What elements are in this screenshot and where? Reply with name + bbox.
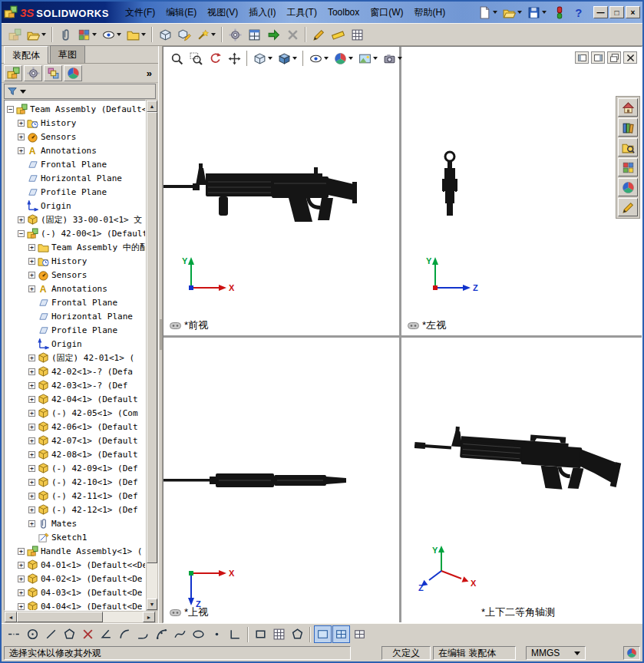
tree-item[interactable]: Horizontal Plane [5, 309, 145, 323]
minus-expander-icon[interactable]: − [18, 230, 25, 237]
viewport-previous-icon[interactable] [575, 51, 589, 64]
tree-item[interactable]: +Annotations [5, 143, 145, 157]
menu-tools[interactable]: 工具(T) [282, 4, 322, 21]
pan-icon[interactable] [225, 50, 243, 67]
linked-views-icon[interactable] [351, 625, 368, 643]
hide-show-items-icon[interactable] [307, 50, 331, 67]
plus-expander-icon[interactable]: + [28, 368, 35, 375]
tree-vertical-scrollbar[interactable]: ▲ ▼ [146, 100, 158, 611]
tree-item[interactable]: +(-) 42-05<1> (Com [5, 406, 145, 420]
tree-item[interactable]: +04-02<1> (Default<De [5, 572, 145, 585]
sketch-polygon-icon[interactable] [61, 625, 78, 643]
menu-toolbox[interactable]: Toolbox [322, 5, 365, 20]
tree-item[interactable]: +Handle Assembly<1> ( [5, 544, 145, 558]
view-settings-icon[interactable] [381, 50, 405, 67]
dropdown-arrow-icon[interactable] [324, 57, 329, 60]
menu-window[interactable]: 窗口(W) [365, 4, 408, 21]
plus-expander-icon[interactable]: + [18, 134, 25, 140]
tree-item[interactable]: +(-) 42-11<1> (Def [5, 489, 145, 503]
interference-detection-icon[interactable] [348, 25, 366, 44]
measure-icon[interactable] [329, 25, 347, 44]
tree-item[interactable]: +42-03<1>-? (Def [5, 378, 145, 392]
tab-assembly[interactable]: 装配体 [4, 46, 48, 64]
tree-horizontal-scrollbar[interactable]: ◄ ► [4, 611, 156, 623]
edit-appearance-icon[interactable] [332, 50, 355, 67]
tree-item[interactable]: Sketch1 [5, 530, 145, 544]
dropdown-arrow-icon[interactable] [348, 57, 353, 60]
plus-expander-icon[interactable]: + [28, 272, 35, 279]
menu-help[interactable]: 帮助(H) [409, 4, 451, 21]
plus-expander-icon[interactable]: + [18, 147, 25, 154]
tree-item[interactable]: +42-02<1>-? (Defa [5, 364, 145, 378]
tree-item[interactable]: +(固定) 33-00-01<1> 文 [5, 213, 145, 226]
dropdown-arrow-icon[interactable] [268, 57, 272, 60]
plus-expander-icon[interactable]: + [18, 120, 25, 127]
status-light-icon[interactable] [550, 3, 568, 21]
dropdown-arrow-icon[interactable] [117, 33, 121, 36]
model-top-view[interactable] [163, 470, 348, 491]
help-icon[interactable] [569, 3, 587, 21]
plus-expander-icon[interactable]: + [18, 576, 25, 582]
menu-file[interactable]: 文件(F) [120, 4, 160, 21]
menu-insert[interactable]: 插入(I) [243, 4, 281, 21]
viewport-horizontal-divider[interactable] [163, 335, 642, 338]
plus-expander-icon[interactable]: + [18, 548, 25, 555]
tangent-arc-icon[interactable] [134, 625, 152, 643]
tree-item[interactable]: Frontal Plane [5, 157, 145, 171]
units-dropdown[interactable]: MMGS [526, 646, 586, 660]
tree-item[interactable]: +Mates [5, 516, 145, 530]
tree-filter-input[interactable] [4, 84, 156, 99]
corner-rectangle-icon[interactable] [226, 625, 244, 643]
scroll-down-icon[interactable]: ▼ [147, 599, 157, 610]
view-palette-icon[interactable] [618, 158, 638, 176]
plus-expander-icon[interactable]: + [18, 589, 25, 596]
plus-expander-icon[interactable]: + [28, 465, 35, 472]
appearances-scenes-icon[interactable] [618, 178, 638, 196]
featuremanager-design-tree-icon[interactable] [4, 65, 22, 81]
tree-item[interactable]: Profile Plane [5, 323, 145, 337]
dropdown-arrow-icon[interactable] [373, 57, 378, 60]
viewport-top[interactable]: X Z *上视 [163, 338, 399, 622]
tree-item[interactable]: +42-04<1> (Default [5, 392, 145, 406]
plus-expander-icon[interactable]: + [28, 506, 35, 513]
display-style-icon[interactable] [276, 50, 299, 67]
tree-item[interactable]: +04-01<1> (Default<<De [5, 558, 145, 572]
sketch-angle-icon[interactable] [97, 625, 115, 643]
dropdown-arrow-icon[interactable] [542, 11, 547, 14]
zoom-to-fit-icon[interactable] [167, 50, 186, 67]
open-icon[interactable] [500, 3, 524, 21]
scroll-up-icon[interactable]: ▲ [147, 101, 157, 112]
plus-expander-icon[interactable]: + [28, 437, 35, 444]
viewport-isometric[interactable]: Y X Z *上下二等角轴测 [401, 338, 642, 622]
edit-component-icon[interactable] [175, 25, 193, 44]
minus-expander-icon[interactable]: − [7, 106, 14, 113]
viewport-close-icon[interactable] [623, 51, 637, 64]
quick-tips-icon[interactable] [623, 646, 640, 660]
exploded-view-icon[interactable] [226, 25, 244, 44]
component-pattern-icon[interactable] [124, 25, 148, 44]
scroll-left-icon[interactable]: ◄ [5, 612, 17, 622]
horizontal-scroll-thumb[interactable] [17, 612, 103, 622]
tree-item[interactable]: Horizontal Plane [5, 171, 145, 185]
scroll-right-icon[interactable]: ► [143, 612, 155, 622]
tree-item[interactable]: +42-06<1> (Default [5, 420, 145, 434]
dropdown-arrow-icon[interactable] [141, 33, 146, 36]
tree-item[interactable]: +History [5, 116, 145, 130]
new-window-icon[interactable] [245, 25, 263, 44]
plus-expander-icon[interactable]: + [18, 562, 25, 569]
model-left-view[interactable] [437, 149, 463, 229]
tree-item[interactable]: −Team Assembly (Default< [5, 102, 145, 116]
tree-item[interactable]: +History [5, 254, 145, 268]
tree-item[interactable]: +Sensors [5, 268, 145, 282]
plus-expander-icon[interactable]: + [28, 493, 35, 500]
four-view-icon[interactable] [332, 625, 350, 643]
dropdown-arrow-icon[interactable] [92, 33, 97, 36]
tree-item[interactable]: +(固定) 42-01<1> ( [5, 351, 145, 364]
tree-item[interactable]: +Team Assembly 中的配 [5, 240, 145, 254]
plus-expander-icon[interactable]: + [28, 396, 35, 403]
tree-item[interactable]: +Annotations [5, 282, 145, 295]
maximize-button[interactable]: □ [609, 6, 624, 18]
single-view-icon[interactable] [314, 625, 332, 643]
filter-dropdown-icon[interactable] [20, 90, 26, 94]
scroll-track[interactable] [103, 612, 143, 622]
